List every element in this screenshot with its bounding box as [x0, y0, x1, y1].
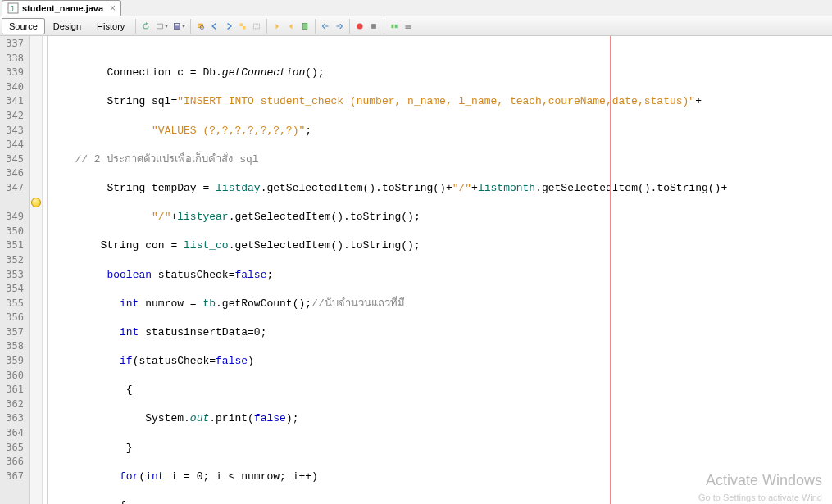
annotation-cell [30, 383, 42, 397]
lightbulb-icon[interactable] [31, 198, 41, 207]
annotation-cell [30, 181, 42, 196]
annotation-cell [30, 441, 42, 456]
annotation-cell [30, 411, 42, 426]
separator [190, 19, 191, 34]
annotation-cell [30, 66, 42, 80]
svg-rect-7 [240, 23, 243, 26]
line-number: 346 [0, 166, 29, 181]
line-number: 337 [0, 37, 29, 52]
line-number: 349 [0, 210, 29, 225]
annotation-cell [30, 238, 42, 253]
annotation-cell [30, 282, 42, 297]
annotation-cell [30, 397, 42, 412]
annotation-column [30, 36, 43, 504]
tab-bar: J student_name.java × [0, 0, 832, 16]
line-number: 340 [0, 80, 29, 95]
close-icon[interactable]: × [110, 2, 116, 14]
java-file-icon: J [7, 2, 19, 14]
svg-rect-10 [302, 23, 307, 29]
line-number: 338 [0, 52, 29, 66]
line-number: 361 [0, 383, 29, 397]
annotation-cell [30, 196, 42, 211]
svg-rect-13 [392, 24, 394, 27]
line-number: 343 [0, 124, 29, 138]
svg-rect-8 [243, 26, 246, 30]
line-number: 364 [0, 426, 29, 441]
annotation-cell [30, 80, 42, 95]
line-number: 362 [0, 397, 29, 412]
fold-column[interactable] [43, 36, 52, 504]
code-editor[interactable]: Connection c = Db.getConnection(); Strin… [52, 36, 832, 504]
line-number: 342 [0, 109, 29, 124]
file-tab[interactable]: J student_name.java × [2, 0, 121, 16]
annotation-cell [30, 138, 42, 152]
macro-stop-icon[interactable] [367, 20, 380, 33]
annotation-cell [30, 339, 42, 354]
find-next-icon[interactable] [222, 20, 235, 33]
annotation-cell [30, 426, 42, 441]
svg-text:J: J [10, 5, 14, 13]
annotation-cell [30, 297, 42, 311]
annotation-cell [30, 37, 42, 52]
annotation-cell [30, 124, 42, 138]
source-view-button[interactable]: Source [2, 18, 45, 34]
line-number: 352 [0, 253, 29, 268]
svg-rect-15 [406, 25, 411, 26]
view-toolbar: Source Design History ▾ ▾ [0, 16, 832, 36]
line-number: 366 [0, 455, 29, 470]
line-number: 339 [0, 66, 29, 80]
find-prev-icon[interactable] [208, 20, 221, 33]
history-view-button[interactable]: History [89, 18, 132, 34]
separator [349, 19, 350, 34]
svg-rect-2 [157, 24, 163, 29]
macro-record-icon[interactable] [353, 20, 366, 33]
comment-icon[interactable] [388, 20, 401, 33]
svg-rect-9 [254, 24, 260, 29]
svg-rect-4 [175, 24, 179, 25]
next-bookmark-icon[interactable] [284, 20, 298, 33]
chevron-down-icon[interactable]: ▾ [182, 22, 185, 30]
right-margin-line [610, 36, 611, 504]
prev-bookmark-icon[interactable] [271, 20, 284, 33]
line-number: 355 [0, 297, 29, 311]
annotation-cell [30, 166, 42, 181]
find-selection-icon[interactable] [194, 20, 207, 33]
selection-box-icon[interactable] [250, 20, 263, 33]
svg-rect-16 [406, 27, 411, 28]
line-number: 345 [0, 152, 29, 167]
line-number: 360 [0, 369, 29, 384]
separator [384, 19, 384, 34]
line-number: 341 [0, 94, 29, 109]
svg-point-11 [357, 23, 363, 29]
line-number-gutter[interactable]: 3373383393403413423433443453463473493503… [0, 36, 30, 504]
svg-rect-12 [371, 24, 376, 29]
annotation-cell [30, 109, 42, 124]
line-number: 357 [0, 325, 29, 340]
uncomment-icon[interactable] [402, 20, 415, 33]
annotation-cell [30, 52, 42, 66]
annotation-cell [30, 210, 42, 225]
chevron-down-icon[interactable]: ▾ [165, 22, 168, 30]
annotation-cell [30, 225, 42, 239]
toggle-highlight-icon[interactable] [236, 20, 249, 33]
refresh-icon[interactable] [139, 20, 152, 33]
line-number: 367 [0, 470, 29, 484]
shift-right-icon[interactable] [333, 20, 346, 33]
separator [266, 19, 267, 34]
design-view-button[interactable]: Design [46, 18, 89, 34]
annotation-cell [30, 94, 42, 109]
annotation-cell [30, 470, 42, 484]
annotation-cell [30, 268, 42, 283]
line-number: 351 [0, 238, 29, 253]
line-number: 356 [0, 311, 29, 325]
shift-left-icon[interactable] [319, 20, 332, 33]
line-number: 363 [0, 411, 29, 426]
line-number: 358 [0, 339, 29, 354]
annotation-cell [30, 311, 42, 325]
toggle-bookmark-icon[interactable] [298, 20, 311, 33]
annotation-cell [30, 325, 42, 340]
line-number: 359 [0, 354, 29, 369]
separator [315, 19, 316, 34]
annotation-cell [30, 253, 42, 268]
editor-area: 3373383393403413423433443453463473493503… [0, 36, 832, 504]
